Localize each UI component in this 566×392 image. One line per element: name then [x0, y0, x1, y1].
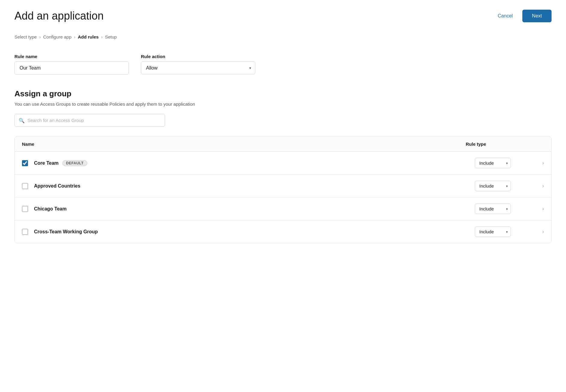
breadcrumb-sep-1: ›	[39, 34, 41, 39]
include-select-wrapper-chicago-team: Include Exclude Require ▾	[475, 204, 511, 214]
form-group-rule-name: Rule name	[14, 54, 129, 75]
table-row: Cross-Team Working Group Include Exclude…	[15, 220, 551, 243]
table-col-name: Name	[22, 142, 466, 147]
table-row: Core Team DEFAULT Include Exclude Requir…	[15, 152, 551, 175]
row-name-cross-team: Cross-Team Working Group	[34, 229, 475, 235]
row-name-text-approved-countries: Approved Countries	[34, 183, 80, 189]
search-wrapper: 🔍	[14, 114, 165, 127]
include-select-wrapper-cross-team: Include Exclude Require ▾	[475, 226, 511, 237]
breadcrumb-add-rules: Add rules	[78, 34, 98, 39]
include-select-wrapper-approved-countries: Include Exclude Require ▾	[475, 181, 511, 191]
table-row: Approved Countries Include Exclude Requi…	[15, 175, 551, 198]
page-container: Add an application Cancel Next Select ty…	[0, 0, 566, 392]
include-select-approved-countries[interactable]: Include Exclude Require	[475, 181, 511, 191]
rule-action-select-wrapper: Allow Block Bypass Service Auth Audit ▾	[141, 61, 255, 74]
breadcrumb-configure-app: Configure app	[43, 34, 71, 39]
row-nav-arrow-chicago-team[interactable]: ›	[542, 206, 544, 212]
assign-group-title: Assign a group	[14, 89, 552, 98]
form-row: Rule name Rule action Allow Block Bypass…	[14, 54, 552, 75]
breadcrumb-setup: Setup	[105, 34, 117, 39]
row-name-approved-countries: Approved Countries	[34, 183, 475, 189]
breadcrumb-sep-2: ›	[74, 34, 75, 39]
default-badge-core-team: DEFAULT	[62, 160, 88, 166]
search-icon: 🔍	[19, 117, 25, 123]
cancel-button[interactable]: Cancel	[493, 11, 518, 21]
page-title: Add an application	[14, 10, 104, 22]
include-select-cross-team[interactable]: Include Exclude Require	[475, 226, 511, 237]
row-nav-arrow-cross-team[interactable]: ›	[542, 229, 544, 235]
row-nav-arrow-approved-countries[interactable]: ›	[542, 183, 544, 189]
table-col-rule-type: Rule type	[466, 142, 526, 147]
rule-name-input[interactable]	[14, 61, 129, 75]
row-checkbox-cross-team[interactable]	[22, 229, 28, 235]
row-checkbox-chicago-team[interactable]	[22, 206, 28, 212]
row-name-text-core-team: Core Team	[34, 160, 59, 166]
row-rule-type-approved-countries: Include Exclude Require ▾	[475, 181, 535, 191]
row-rule-type-chicago-team: Include Exclude Require ▾	[475, 204, 535, 214]
rule-action-label: Rule action	[141, 54, 255, 59]
top-actions: Cancel Next	[493, 10, 552, 22]
assign-group-section: Assign a group You can use Access Groups…	[14, 89, 552, 243]
rule-action-select[interactable]: Allow Block Bypass Service Auth Audit	[141, 61, 255, 74]
assign-group-description: You can use Access Groups to create reus…	[14, 101, 552, 107]
form-group-rule-action: Rule action Allow Block Bypass Service A…	[141, 54, 255, 74]
row-nav-arrow-core-team[interactable]: ›	[542, 160, 544, 166]
row-name-text-cross-team: Cross-Team Working Group	[34, 229, 98, 235]
breadcrumb-select-type: Select type	[14, 34, 37, 39]
next-button[interactable]: Next	[522, 10, 552, 22]
top-bar: Add an application Cancel Next	[14, 10, 552, 22]
include-select-wrapper-core-team: Include Exclude Require ▾	[475, 158, 511, 168]
row-name-text-chicago-team: Chicago Team	[34, 206, 67, 212]
include-select-core-team[interactable]: Include Exclude Require	[475, 158, 511, 168]
table-header: Name Rule type	[15, 137, 551, 152]
row-name-chicago-team: Chicago Team	[34, 206, 475, 212]
breadcrumb: Select type › Configure app › Add rules …	[14, 34, 552, 39]
form-section: Rule name Rule action Allow Block Bypass…	[14, 54, 552, 75]
rule-name-label: Rule name	[14, 54, 129, 59]
row-rule-type-core-team: Include Exclude Require ▾	[475, 158, 535, 168]
row-checkbox-approved-countries[interactable]	[22, 183, 28, 189]
include-select-chicago-team[interactable]: Include Exclude Require	[475, 204, 511, 214]
breadcrumb-sep-3: ›	[101, 34, 103, 39]
table-row: Chicago Team Include Exclude Require ▾ ›	[15, 198, 551, 220]
row-checkbox-core-team[interactable]	[22, 160, 28, 166]
search-input[interactable]	[14, 114, 165, 127]
row-name-core-team: Core Team DEFAULT	[34, 160, 475, 166]
table-container: Name Rule type Core Team DEFAULT Include…	[14, 136, 552, 243]
row-rule-type-cross-team: Include Exclude Require ▾	[475, 226, 535, 237]
